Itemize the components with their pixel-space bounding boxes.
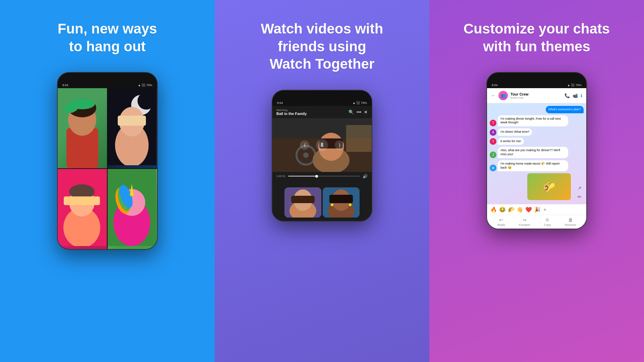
- wt-seekbar[interactable]: [288, 176, 360, 177]
- message-sent-1: What's everyone's plan?: [490, 106, 584, 113]
- avatar-recv-4: J: [490, 152, 496, 158]
- message-recv-3: T 6 works for me!: [490, 138, 584, 145]
- close-icon[interactable]: ✕: [364, 110, 368, 115]
- reaction-wave[interactable]: 👋: [517, 206, 523, 213]
- status-time-1: 8:04: [62, 83, 68, 87]
- avatar-recv-2: A: [490, 129, 496, 136]
- panel-1-phone: 8:04 ▲ ⬛ 79%: [57, 72, 158, 250]
- svg-point-26: [303, 153, 309, 158]
- svg-rect-34: [291, 196, 315, 203]
- wt-watching-label: Watching: [276, 109, 307, 112]
- message-recv-1: T I'm making dinner tonight. Free for a …: [490, 115, 584, 126]
- reaction-party[interactable]: 🎉: [534, 206, 541, 213]
- svg-point-39: [331, 203, 333, 206]
- avatar-recv-3: T: [490, 138, 496, 145]
- chat-messages: What's everyone's plan? T I'm making din…: [487, 103, 586, 204]
- reaction-fire[interactable]: 🔥: [490, 206, 497, 213]
- chat-reactions: 🔥 😂 🌮 👋 ❤️ 🎉 +: [487, 204, 586, 215]
- video-call-icon[interactable]: 📹: [573, 93, 578, 98]
- panel-2-title: Watch videos with friends using Watch To…: [261, 20, 383, 73]
- info-icon[interactable]: ℹ: [581, 93, 582, 98]
- avatar-recv-5: M: [490, 165, 496, 171]
- svg-rect-10: [118, 116, 146, 126]
- share-icon[interactable]: ↗: [578, 185, 582, 191]
- more-options-icon[interactable]: •••: [357, 110, 361, 115]
- wt-bar-fill: [288, 176, 317, 177]
- panel-1-phone-wrapper: 8:04 ▲ ⬛ 79%: [57, 72, 158, 349]
- reply-label: Reply: [497, 223, 505, 227]
- reply-icon: ↩: [499, 217, 503, 223]
- remove-button[interactable]: 🗑 Remove: [565, 217, 576, 227]
- svg-point-7: [138, 92, 155, 110]
- skip-back-button[interactable]: ⟨: [300, 140, 309, 150]
- phone-top-bar-2: [272, 90, 372, 100]
- phone-status-bar-3: 8:04 ▲ ⬛ 79%: [487, 82, 586, 88]
- reaction-laugh[interactable]: 😂: [499, 206, 506, 213]
- chat-image-preview: 🌮: [527, 173, 571, 200]
- wt-seek-dot: [315, 175, 318, 178]
- skip-forward-button[interactable]: ⟩: [335, 140, 344, 150]
- reaction-taco[interactable]: 🌮: [508, 206, 515, 213]
- pause-button[interactable]: ⏸: [316, 139, 328, 151]
- chat-footer: ↩ Reply ↪ Forward ⎘ Copy 🗑 Remove: [487, 215, 586, 229]
- status-time-2: 8:04: [277, 101, 283, 105]
- edit-icon[interactable]: ✏: [578, 194, 582, 199]
- wt-progress-bar: 1:00:51 🔊: [272, 172, 372, 181]
- volume-icon[interactable]: 🔊: [363, 174, 368, 179]
- forward-button[interactable]: ↪ Forward: [519, 217, 530, 227]
- chat-header-icons: 📞 📹 ℹ: [565, 93, 582, 98]
- phone-notch-2: [307, 90, 337, 96]
- status-time-3: 8:04: [492, 83, 498, 87]
- chat-header: ← 👥 Tour Crew Active now 📞 📹 ℹ: [487, 88, 586, 103]
- wt-participants: [272, 181, 372, 221]
- copy-label: Copy: [544, 223, 551, 227]
- svg-point-40: [349, 203, 352, 206]
- message-bubble-recv-2: I'm down! What time?: [498, 128, 532, 136]
- chat-screen: ← 👥 Tour Crew Active now 📞 📹 ℹ W: [487, 88, 586, 229]
- watch-together-screen: Watching Ball in the Family 🔍 ••• ✕: [272, 106, 372, 221]
- panel-3-phone-wrapper: 8:04 ▲ ⬛ 79% ← 👥 Tour Crew Active now 📞 …: [486, 72, 587, 349]
- status-icons-1: ▲ ⬛ 79%: [138, 83, 152, 87]
- back-button[interactable]: ←: [491, 93, 496, 98]
- phone-call-icon[interactable]: 📞: [565, 93, 570, 98]
- phone-notch-3: [522, 73, 552, 78]
- status-icons-2: ▲ ⬛ 79%: [353, 101, 367, 105]
- panel-3: Customize your chats with fun themes 8:0…: [429, 0, 644, 362]
- svg-rect-38: [329, 195, 353, 203]
- phone-status-bar-1: 8:04 ▲ ⬛ 79%: [58, 82, 157, 88]
- svg-rect-15: [64, 196, 100, 205]
- chat-sub: Active now: [511, 96, 562, 99]
- video-cell-4: [108, 169, 157, 249]
- reply-button[interactable]: ↩ Reply: [497, 217, 505, 227]
- copy-button[interactable]: ⎘ Copy: [544, 217, 551, 227]
- panel-3-phone: 8:04 ▲ ⬛ 79% ← 👥 Tour Crew Active now 📞 …: [486, 72, 587, 229]
- wt-play-controls: ⟨ ⏸ ⟩: [300, 139, 344, 151]
- message-bubble-recv-1: I'm making dinner tonight. Free for a ca…: [498, 115, 568, 126]
- message-bubble-recv-3: 6 works for me!: [498, 138, 524, 145]
- remove-icon: 🗑: [568, 217, 573, 223]
- panel-1-title: Fun, new ways to hang out: [58, 20, 157, 55]
- wt-participant-1: [284, 187, 321, 218]
- chat-name: Tour Crew: [511, 92, 562, 96]
- message-bubble-recv-5: I'm making home made tacos! 🌮 Will repor…: [498, 160, 568, 171]
- video-cell-1: [58, 88, 107, 168]
- phone-top-bar-1: [58, 73, 157, 82]
- reaction-heart[interactable]: ❤️: [525, 206, 532, 213]
- search-icon[interactable]: 🔍: [348, 110, 354, 115]
- panel-1: Fun, new ways to hang out 8:04 ▲ ⬛ 79%: [0, 0, 215, 362]
- wt-header: Watching Ball in the Family 🔍 ••• ✕: [272, 106, 372, 118]
- panel-2: Watch videos with friends using Watch To…: [215, 0, 429, 362]
- copy-icon: ⎘: [546, 217, 549, 223]
- video-cell-2: [108, 88, 157, 168]
- svg-rect-30: [346, 125, 372, 152]
- wt-header-icons: 🔍 ••• ✕: [348, 110, 368, 115]
- add-reaction-button[interactable]: +: [543, 207, 546, 213]
- message-bubble-sent-1: What's everyone's plan?: [546, 106, 584, 113]
- panel-3-title: Customize your chats with fun themes: [464, 20, 610, 55]
- forward-icon: ↪: [523, 217, 527, 223]
- person-1: [58, 88, 107, 168]
- wt-video-player: ⟨ ⏸ ⟩: [272, 118, 372, 172]
- message-recv-5: M I'm making home made tacos! 🌮 Will rep…: [490, 160, 584, 171]
- phone-status-bar-2: 8:04 ▲ ⬛ 79%: [272, 100, 372, 106]
- video-cell-3: [58, 169, 107, 249]
